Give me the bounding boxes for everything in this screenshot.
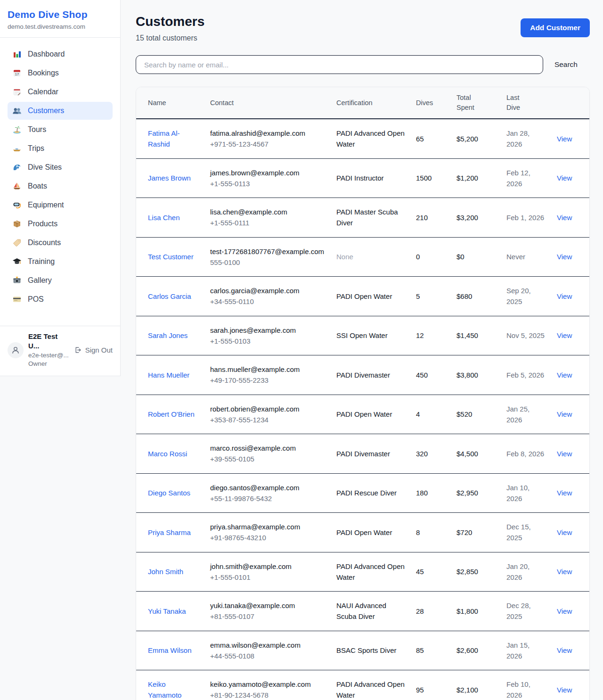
customer-name-link[interactable]: Fatima Al-Rashid	[148, 129, 180, 148]
view-link[interactable]: View	[557, 410, 572, 418]
customer-phone: +1-555-0101	[210, 572, 325, 583]
sidebar-item-calendar[interactable]: Calendar	[8, 83, 113, 101]
customer-last-dive: Jan 20, 2026	[501, 552, 551, 592]
customer-last-dive: Feb 8, 2026	[501, 434, 551, 474]
customer-last-dive: Feb 1, 2026	[501, 198, 551, 238]
customer-name-link[interactable]: Hans Mueller	[148, 371, 189, 379]
sign-out-button[interactable]: Sign Out	[74, 346, 113, 354]
customer-certification: None	[331, 237, 410, 277]
sidebar-item-pos[interactable]: POS	[8, 290, 113, 308]
camera-icon	[12, 276, 22, 285]
sidebar-item-label: Tours	[28, 125, 46, 134]
customer-dives: 450	[410, 355, 451, 395]
customer-last-dive: Jan 25, 2026	[501, 395, 551, 434]
view-link[interactable]: View	[557, 450, 572, 458]
search-input[interactable]	[136, 55, 543, 74]
sign-out-label: Sign Out	[85, 346, 113, 354]
sidebar-nav: Dashboard 17 Bookings Calendar Customers…	[0, 38, 120, 326]
sidebar-item-label: Calendar	[28, 88, 58, 96]
view-link[interactable]: View	[557, 331, 572, 339]
customer-dives: 65	[410, 119, 451, 158]
user-section: E2E Test U... e2e-tester@... Owner Sign …	[0, 326, 120, 376]
customer-name-link[interactable]: Diego Santos	[148, 489, 190, 497]
sidebar-item-customers[interactable]: Customers	[8, 102, 113, 120]
sidebar-item-dashboard[interactable]: Dashboard	[8, 45, 113, 63]
add-customer-button[interactable]: Add Customer	[521, 18, 590, 37]
view-link[interactable]: View	[557, 568, 572, 576]
view-link[interactable]: View	[557, 292, 572, 300]
customer-name-link[interactable]: Priya Sharma	[148, 528, 191, 536]
table-row: Yuki Tanaka yuki.tanaka@example.com +81-…	[136, 592, 590, 631]
column-header-contact: Contact	[204, 87, 331, 119]
view-link[interactable]: View	[557, 253, 572, 261]
view-link[interactable]: View	[557, 135, 572, 143]
sidebar-item-boats[interactable]: Boats	[8, 177, 113, 195]
view-link[interactable]: View	[557, 686, 572, 694]
customer-email: priya.sharma@example.com	[210, 521, 325, 532]
customer-email: hans.mueller@example.com	[210, 364, 325, 375]
customer-name-link[interactable]: Carlos Garcia	[148, 292, 191, 300]
customer-name-link[interactable]: John Smith	[148, 568, 183, 576]
user-name: E2E Test U...	[28, 332, 69, 351]
customer-last-dive: Dec 28, 2025	[501, 592, 551, 631]
customer-name-link[interactable]: Sarah Jones	[148, 331, 187, 339]
customer-total-spent: $1,450	[451, 316, 501, 355]
view-link[interactable]: View	[557, 214, 572, 222]
customers-table: Name Contact Certification Dives Total S…	[136, 87, 590, 700]
sidebar-item-trips[interactable]: Trips	[8, 140, 113, 157]
table-row: Marco Rossi marco.rossi@example.com +39-…	[136, 434, 590, 474]
customer-name-link[interactable]: James Brown	[148, 174, 191, 182]
customer-certification: PADI Open Water	[331, 513, 410, 552]
view-link[interactable]: View	[557, 371, 572, 379]
island-icon	[12, 125, 22, 134]
column-header-name: Name	[136, 87, 204, 119]
customer-name-link[interactable]: Emma Wilson	[148, 646, 192, 654]
view-link[interactable]: View	[557, 607, 572, 615]
customers-icon	[12, 106, 22, 115]
customer-dives: 85	[410, 631, 451, 670]
shop-name: Demo Dive Shop	[8, 9, 113, 20]
customer-certification: PADI Divemaster	[331, 434, 410, 474]
customer-phone: +44-555-0108	[210, 651, 325, 661]
customer-name-link[interactable]: Marco Rossi	[148, 450, 187, 458]
column-header-last-dive: Last Dive	[501, 87, 551, 119]
customer-email: sarah.jones@example.com	[210, 325, 325, 336]
view-link[interactable]: View	[557, 646, 572, 654]
customer-last-dive: Jan 10, 2026	[501, 473, 551, 513]
main-content: Customers 15 total customers Add Custome…	[136, 0, 590, 700]
search-button[interactable]: Search	[543, 57, 590, 73]
sidebar-item-label: Bookings	[28, 69, 59, 77]
sidebar-item-bookings[interactable]: 17 Bookings	[8, 64, 113, 82]
credit-card-icon	[12, 295, 22, 304]
customer-name-link[interactable]: Robert O'Brien	[148, 410, 195, 418]
customer-phone: +55-11-99876-5432	[210, 493, 325, 504]
sidebar-item-discounts[interactable]: Discounts	[8, 234, 113, 252]
customer-name-link[interactable]: Test Customer	[148, 253, 194, 261]
sidebar-item-gallery[interactable]: Gallery	[8, 272, 113, 289]
customer-phone: +1-555-0103	[210, 336, 325, 346]
customer-certification: PADI Advanced Open Water	[331, 119, 410, 158]
sidebar-item-label: POS	[28, 295, 44, 304]
view-link[interactable]: View	[557, 489, 572, 497]
customer-certification: PADI Rescue Diver	[331, 473, 410, 513]
customer-name-link[interactable]: Yuki Tanaka	[148, 607, 186, 615]
customer-email: diego.santos@example.com	[210, 482, 325, 493]
customer-name-link[interactable]: Keiko Yamamoto	[148, 680, 181, 699]
customer-dives: 4	[410, 395, 451, 434]
view-link[interactable]: View	[557, 174, 572, 182]
bookings-calendar-icon: 17	[12, 68, 22, 78]
customer-email: james.brown@example.com	[210, 167, 325, 178]
sidebar-item-equipment[interactable]: Equipment	[8, 196, 113, 214]
view-link[interactable]: View	[557, 528, 572, 536]
customer-email: test-1772681807767@example.com	[210, 246, 325, 257]
table-row: Test Customer test-1772681807767@example…	[136, 237, 590, 277]
sidebar-item-label: Boats	[28, 182, 47, 190]
sidebar-item-tours[interactable]: Tours	[8, 121, 113, 139]
sidebar-item-training[interactable]: Training	[8, 253, 113, 271]
customer-name-link[interactable]: Lisa Chen	[148, 214, 180, 222]
customer-phone: +353-87-555-1234	[210, 414, 325, 425]
column-header-total-spent: Total Spent	[451, 87, 501, 119]
column-header-actions	[551, 87, 590, 119]
sidebar-item-dive-sites[interactable]: Dive Sites	[8, 158, 113, 176]
sidebar-item-products[interactable]: Products	[8, 215, 113, 233]
